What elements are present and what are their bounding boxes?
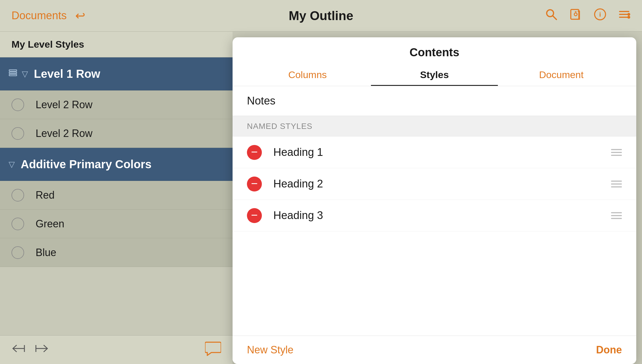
svg-rect-13 [9, 72, 17, 73]
left-panel: My Level Styles ▽ Level 1 Row Level 2 Ro… [0, 32, 233, 364]
tab-columns[interactable]: Columns [244, 65, 371, 86]
level1-row-label: Additive Primary Colors [21, 158, 152, 171]
tab-document[interactable]: Document [498, 65, 625, 86]
row-radio[interactable] [11, 246, 24, 259]
main-content: My Level Styles ▽ Level 1 Row Level 2 Ro… [0, 32, 642, 364]
delete-style-button[interactable] [247, 208, 262, 223]
popover-title: Contents [244, 46, 625, 59]
popover-body: Notes NAMED STYLES Heading 1 [233, 86, 636, 336]
nav-bar: Documents ↩ My Outline i [0, 0, 642, 32]
svg-line-1 [553, 16, 556, 20]
list-item: Heading 3 [233, 200, 636, 231]
info-icon[interactable]: i [594, 8, 606, 24]
svg-text:i: i [599, 11, 601, 18]
level2-row-label: Level 2 Row [36, 127, 92, 140]
level1-row-label: Level 1 Row [34, 67, 100, 80]
popover-header: Contents [233, 37, 636, 65]
share-icon[interactable] [569, 8, 582, 24]
tabs-bar: Columns Styles Document [233, 65, 636, 86]
style-name-label: Heading 2 [273, 178, 611, 190]
table-row[interactable]: Green [0, 210, 233, 238]
svg-point-3 [574, 13, 577, 16]
list-item: Heading 1 [233, 137, 636, 168]
row-radio[interactable] [11, 98, 24, 111]
comment-icon[interactable] [205, 341, 221, 359]
done-button[interactable]: Done [596, 344, 622, 356]
nav-left-icon[interactable] [11, 343, 26, 357]
notes-label: Notes [247, 95, 275, 107]
bottom-bar [0, 335, 233, 364]
tab-styles[interactable]: Styles [371, 65, 498, 86]
table-row[interactable]: Level 2 Row [0, 90, 233, 119]
style-name-label: Heading 1 [273, 146, 611, 158]
drag-handle-icon[interactable] [611, 149, 622, 156]
named-styles-label: NAMED STYLES [247, 122, 312, 131]
notes-section: Notes [233, 86, 636, 116]
table-row[interactable]: Red [0, 181, 233, 210]
page-title: My Outline [289, 9, 353, 23]
list-item: Heading 2 [233, 168, 636, 200]
level2-row-label: Blue [36, 247, 56, 259]
drag-handle-icon[interactable] [611, 181, 622, 187]
level2-row-label: Green [36, 218, 64, 230]
nav-right-icon[interactable] [34, 343, 49, 357]
named-styles-header: NAMED STYLES [233, 116, 636, 137]
panel-header-title: My Level Styles [11, 39, 84, 50]
menu-icon[interactable] [618, 8, 631, 24]
right-panel-overlay: Contents Columns Styles Document Notes [233, 32, 642, 364]
svg-rect-12 [9, 70, 17, 71]
svg-rect-2 [571, 9, 579, 19]
svg-rect-14 [9, 74, 17, 76]
panel-header: My Level Styles [0, 32, 233, 57]
svg-point-10 [627, 13, 630, 16]
svg-point-11 [627, 16, 630, 19]
table-row[interactable]: ▽ Additive Primary Colors [0, 148, 233, 181]
level2-row-label: Red [36, 189, 55, 201]
delete-style-button[interactable] [247, 145, 262, 160]
search-icon[interactable] [545, 8, 558, 24]
level2-row-label: Level 2 Row [36, 99, 92, 111]
table-row[interactable]: Blue [0, 238, 233, 267]
expand-triangle-icon[interactable]: ▽ [22, 69, 28, 79]
bottom-nav-left [11, 343, 49, 357]
expand-triangle-icon[interactable]: ▽ [9, 160, 15, 169]
new-style-button[interactable]: New Style [247, 344, 293, 356]
documents-link[interactable]: Documents [11, 9, 67, 22]
styles-list: Heading 1 Heading 2 [233, 137, 636, 336]
nav-right-icons: i [545, 8, 631, 24]
style-name-label: Heading 3 [273, 209, 611, 222]
drag-handle-icon[interactable] [611, 212, 622, 219]
delete-style-button[interactable] [247, 177, 262, 191]
row-radio[interactable] [11, 218, 24, 230]
table-row[interactable]: Level 2 Row [0, 119, 233, 148]
row-radio[interactable] [11, 189, 24, 202]
rows-icon [9, 69, 17, 79]
row-radio[interactable] [11, 127, 24, 140]
popover: Contents Columns Styles Document Notes [233, 37, 636, 364]
popover-footer: New Style Done [233, 336, 636, 364]
back-icon[interactable]: ↩ [75, 9, 85, 23]
table-row[interactable]: ▽ Level 1 Row [0, 57, 233, 90]
outline-rows: ▽ Level 1 Row Level 2 Row Level 2 Row ▽ … [0, 57, 233, 335]
